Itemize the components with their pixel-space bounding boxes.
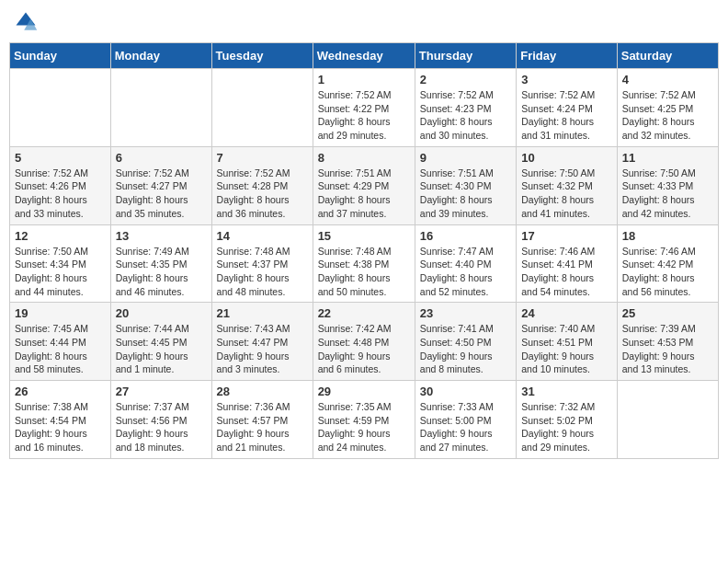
calendar-cell: 12Sunrise: 7:50 AM Sunset: 4:34 PM Dayli… [10, 224, 111, 303]
calendar-week-row: 19Sunrise: 7:45 AM Sunset: 4:44 PM Dayli… [10, 303, 719, 381]
weekday-header: Saturday [617, 43, 718, 69]
weekday-header: Tuesday [211, 43, 313, 69]
day-number: 22 [318, 306, 410, 320]
calendar-cell: 7Sunrise: 7:52 AM Sunset: 4:28 PM Daylig… [211, 146, 313, 224]
calendar-cell: 28Sunrise: 7:36 AM Sunset: 4:57 PM Dayli… [211, 381, 313, 459]
day-number: 18 [622, 229, 713, 243]
calendar-cell: 31Sunrise: 7:32 AM Sunset: 5:02 PM Dayli… [517, 381, 618, 459]
day-number: 9 [420, 151, 511, 165]
calendar-cell: 17Sunrise: 7:46 AM Sunset: 4:41 PM Dayli… [517, 224, 618, 303]
calendar-cell: 2Sunrise: 7:52 AM Sunset: 4:23 PM Daylig… [415, 69, 516, 147]
day-number: 25 [622, 306, 713, 320]
day-number: 24 [521, 306, 612, 320]
calendar-cell: 30Sunrise: 7:33 AM Sunset: 5:00 PM Dayli… [415, 381, 516, 459]
day-info: Sunrise: 7:51 AM Sunset: 4:29 PM Dayligh… [318, 167, 410, 221]
calendar-cell [211, 69, 313, 147]
weekday-header: Monday [110, 43, 211, 69]
day-number: 17 [521, 229, 612, 243]
day-info: Sunrise: 7:37 AM Sunset: 4:56 PM Dayligh… [116, 400, 207, 454]
day-number: 20 [116, 306, 207, 320]
calendar-cell: 26Sunrise: 7:38 AM Sunset: 4:54 PM Dayli… [10, 381, 111, 459]
calendar-cell: 21Sunrise: 7:43 AM Sunset: 4:47 PM Dayli… [211, 303, 313, 381]
day-info: Sunrise: 7:48 AM Sunset: 4:38 PM Dayligh… [318, 245, 410, 299]
weekday-header: Friday [517, 43, 618, 69]
calendar-cell: 24Sunrise: 7:40 AM Sunset: 4:51 PM Dayli… [517, 303, 618, 381]
day-info: Sunrise: 7:42 AM Sunset: 4:48 PM Dayligh… [318, 322, 410, 376]
day-number: 28 [217, 385, 308, 398]
day-info: Sunrise: 7:52 AM Sunset: 4:22 PM Dayligh… [318, 88, 410, 143]
day-number: 8 [318, 151, 410, 165]
day-number: 3 [521, 73, 612, 86]
logo-icon [13, 9, 39, 35]
calendar-cell: 8Sunrise: 7:51 AM Sunset: 4:29 PM Daylig… [313, 146, 415, 224]
calendar-cell: 22Sunrise: 7:42 AM Sunset: 4:48 PM Dayli… [313, 303, 415, 381]
calendar-cell: 11Sunrise: 7:50 AM Sunset: 4:33 PM Dayli… [617, 146, 718, 224]
calendar-cell: 9Sunrise: 7:51 AM Sunset: 4:30 PM Daylig… [415, 146, 516, 224]
day-number: 14 [217, 229, 308, 243]
day-info: Sunrise: 7:52 AM Sunset: 4:28 PM Dayligh… [217, 167, 308, 221]
day-number: 4 [622, 73, 713, 86]
calendar-cell: 27Sunrise: 7:37 AM Sunset: 4:56 PM Dayli… [110, 381, 211, 459]
day-number: 19 [15, 306, 106, 320]
day-info: Sunrise: 7:50 AM Sunset: 4:32 PM Dayligh… [521, 167, 612, 221]
calendar-cell: 13Sunrise: 7:49 AM Sunset: 4:35 PM Dayli… [110, 224, 211, 303]
day-info: Sunrise: 7:36 AM Sunset: 4:57 PM Dayligh… [217, 400, 308, 454]
calendar-header-row: SundayMondayTuesdayWednesdayThursdayFrid… [10, 43, 719, 69]
day-number: 6 [116, 151, 207, 165]
calendar-week-row: 26Sunrise: 7:38 AM Sunset: 4:54 PM Dayli… [10, 381, 719, 459]
day-info: Sunrise: 7:52 AM Sunset: 4:24 PM Dayligh… [521, 88, 612, 143]
day-info: Sunrise: 7:52 AM Sunset: 4:23 PM Dayligh… [420, 88, 511, 143]
calendar-cell [110, 69, 211, 147]
day-number: 11 [622, 151, 713, 165]
calendar-week-row: 12Sunrise: 7:50 AM Sunset: 4:34 PM Dayli… [10, 224, 719, 303]
day-info: Sunrise: 7:35 AM Sunset: 4:59 PM Dayligh… [318, 400, 410, 454]
logo [13, 9, 42, 35]
calendar-cell: 29Sunrise: 7:35 AM Sunset: 4:59 PM Dayli… [313, 381, 415, 459]
day-info: Sunrise: 7:32 AM Sunset: 5:02 PM Dayligh… [521, 400, 612, 454]
day-number: 26 [15, 385, 106, 398]
calendar-cell: 16Sunrise: 7:47 AM Sunset: 4:40 PM Dayli… [415, 224, 516, 303]
day-info: Sunrise: 7:50 AM Sunset: 4:33 PM Dayligh… [622, 167, 713, 221]
day-info: Sunrise: 7:41 AM Sunset: 4:50 PM Dayligh… [420, 322, 511, 376]
day-number: 31 [521, 385, 612, 398]
day-number: 2 [420, 73, 511, 86]
day-info: Sunrise: 7:51 AM Sunset: 4:30 PM Dayligh… [420, 167, 511, 221]
day-number: 23 [420, 306, 511, 320]
day-number: 5 [15, 151, 106, 165]
calendar-cell: 5Sunrise: 7:52 AM Sunset: 4:26 PM Daylig… [10, 146, 111, 224]
day-number: 13 [116, 229, 207, 243]
calendar-cell: 23Sunrise: 7:41 AM Sunset: 4:50 PM Dayli… [415, 303, 516, 381]
day-info: Sunrise: 7:52 AM Sunset: 4:26 PM Dayligh… [15, 167, 106, 221]
day-number: 15 [318, 229, 410, 243]
day-info: Sunrise: 7:52 AM Sunset: 4:25 PM Dayligh… [622, 88, 713, 143]
day-info: Sunrise: 7:39 AM Sunset: 4:53 PM Dayligh… [622, 322, 713, 376]
day-number: 7 [217, 151, 308, 165]
day-info: Sunrise: 7:49 AM Sunset: 4:35 PM Dayligh… [116, 245, 207, 299]
calendar-cell: 6Sunrise: 7:52 AM Sunset: 4:27 PM Daylig… [110, 146, 211, 224]
day-info: Sunrise: 7:48 AM Sunset: 4:37 PM Dayligh… [217, 245, 308, 299]
calendar-cell: 15Sunrise: 7:48 AM Sunset: 4:38 PM Dayli… [313, 224, 415, 303]
day-info: Sunrise: 7:43 AM Sunset: 4:47 PM Dayligh… [217, 322, 308, 376]
day-info: Sunrise: 7:46 AM Sunset: 4:42 PM Dayligh… [622, 245, 713, 299]
calendar-cell: 25Sunrise: 7:39 AM Sunset: 4:53 PM Dayli… [617, 303, 718, 381]
day-info: Sunrise: 7:50 AM Sunset: 4:34 PM Dayligh… [15, 245, 106, 299]
calendar-week-row: 5Sunrise: 7:52 AM Sunset: 4:26 PM Daylig… [10, 146, 719, 224]
calendar-table: SundayMondayTuesdayWednesdayThursdayFrid… [9, 42, 719, 459]
day-number: 29 [318, 385, 410, 398]
day-number: 30 [420, 385, 511, 398]
day-info: Sunrise: 7:46 AM Sunset: 4:41 PM Dayligh… [521, 245, 612, 299]
day-info: Sunrise: 7:47 AM Sunset: 4:40 PM Dayligh… [420, 245, 511, 299]
calendar-week-row: 1Sunrise: 7:52 AM Sunset: 4:22 PM Daylig… [10, 69, 719, 147]
calendar-cell: 1Sunrise: 7:52 AM Sunset: 4:22 PM Daylig… [313, 69, 415, 147]
calendar-cell: 18Sunrise: 7:46 AM Sunset: 4:42 PM Dayli… [617, 224, 718, 303]
day-number: 1 [318, 73, 410, 86]
calendar-cell: 3Sunrise: 7:52 AM Sunset: 4:24 PM Daylig… [517, 69, 618, 147]
calendar-cell: 20Sunrise: 7:44 AM Sunset: 4:45 PM Dayli… [110, 303, 211, 381]
calendar-cell: 10Sunrise: 7:50 AM Sunset: 4:32 PM Dayli… [517, 146, 618, 224]
day-info: Sunrise: 7:33 AM Sunset: 5:00 PM Dayligh… [420, 400, 511, 454]
weekday-header: Wednesday [313, 43, 415, 69]
day-info: Sunrise: 7:38 AM Sunset: 4:54 PM Dayligh… [15, 400, 106, 454]
day-number: 10 [521, 151, 612, 165]
day-number: 27 [116, 385, 207, 398]
day-info: Sunrise: 7:44 AM Sunset: 4:45 PM Dayligh… [116, 322, 207, 376]
